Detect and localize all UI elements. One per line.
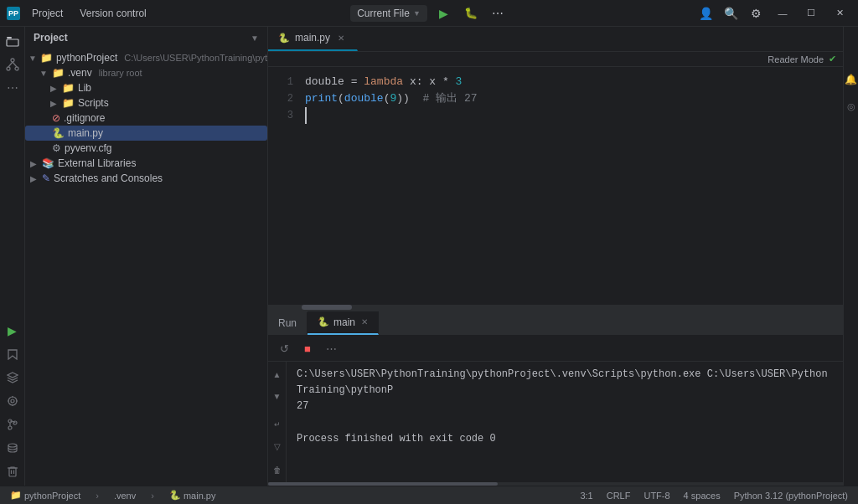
rail-project-icon[interactable] xyxy=(2,30,23,52)
rail-delete-icon[interactable] xyxy=(2,460,23,482)
tree-item-main-py[interactable]: ▶ 🐍 main.py xyxy=(25,126,267,141)
status-position[interactable]: 3:1 xyxy=(576,491,596,501)
run-scroll-up[interactable]: ▲ xyxy=(268,365,287,383)
status-venv-label: .venv xyxy=(114,491,136,501)
run-more-button[interactable]: ⋯ xyxy=(322,339,340,357)
folder-icon-scripts: 📁 xyxy=(62,97,75,109)
status-indent-label: 4 spaces xyxy=(684,491,721,501)
run-toolbar: ↺ ■ ⋯ xyxy=(268,336,843,362)
project-menu[interactable]: Project xyxy=(27,6,68,21)
ext-libraries-icon: 📚 xyxy=(42,157,54,169)
tab-main-py[interactable]: 🐍 main.py ✕ xyxy=(268,27,358,51)
tree-label-pythonproject: pythonProject xyxy=(56,52,117,64)
current-file-selector[interactable]: Current File ▼ xyxy=(350,5,427,22)
debug-button[interactable]: 🐛 xyxy=(461,3,481,23)
rail-layers-icon[interactable] xyxy=(2,367,23,388)
run-clear-icon[interactable]: 🗑 xyxy=(268,460,287,479)
rail-database-icon[interactable] xyxy=(2,437,23,459)
maximize-button[interactable]: ☐ xyxy=(799,5,823,22)
svg-point-14 xyxy=(8,426,12,429)
status-encoding-label: UTF-8 xyxy=(644,491,669,501)
run-panel-scroll[interactable] xyxy=(268,482,843,486)
statusbar: 📁 pythonProject › .venv › 🐍 main.py 3:1 … xyxy=(0,486,858,504)
svg-point-8 xyxy=(11,399,14,403)
status-line-ending[interactable]: CRLF xyxy=(603,491,634,501)
code-editor[interactable]: 1 2 3 double = lambda x: x * 3 print(dou… xyxy=(268,67,843,305)
run-wrap-icon[interactable]: ↵ xyxy=(268,415,287,434)
run-scroll-down[interactable]: ▼ xyxy=(268,387,287,405)
rail-more-icon[interactable]: ⋯ xyxy=(2,77,23,99)
tree-item-pythonproject[interactable]: ▼ 📁 pythonProject C:\Users\USER\PythonTr… xyxy=(25,50,267,65)
run-tab-main[interactable]: 🐍 main ✕ xyxy=(308,311,379,335)
rail-run-icon[interactable]: ▶ xyxy=(2,320,23,342)
run-tab-main-icon: 🐍 xyxy=(318,316,329,327)
svg-point-16 xyxy=(8,444,17,447)
svg-point-4 xyxy=(15,67,18,70)
profile-icon[interactable]: 👤 xyxy=(695,3,716,23)
tree-item-gitignore[interactable]: ▶ ⊘ .gitignore xyxy=(25,111,267,126)
status-file-label: main.py xyxy=(183,491,216,501)
reader-mode-check[interactable]: ✔ xyxy=(829,54,836,64)
close-button[interactable]: ✕ xyxy=(828,5,851,22)
svg-point-3 xyxy=(7,67,10,70)
rail-bookmark-icon[interactable] xyxy=(2,343,23,365)
tree-label-gitignore: .gitignore xyxy=(64,112,105,124)
icon-rail: ⋯ ▶ xyxy=(0,27,25,486)
right-notifications-icon[interactable]: 🔔 xyxy=(840,69,859,90)
tree-label-pyvenv: pyvenv.cfg xyxy=(65,142,111,154)
status-venv[interactable]: .venv xyxy=(111,491,139,501)
rail-git-icon[interactable] xyxy=(2,414,23,435)
editor-area: 🐍 main.py ✕ Reader Mode ✔ 1 2 3 double =… xyxy=(268,27,843,310)
status-project[interactable]: 📁 pythonProject xyxy=(7,490,84,501)
tree-sublabel-venv: library root xyxy=(99,68,142,78)
titlebar: PP Project Version control Current File … xyxy=(0,0,858,27)
run-panel: Run 🐍 main ✕ ↺ ■ ⋯ ▲ ▼ xyxy=(268,310,843,486)
svg-line-6 xyxy=(13,62,17,67)
sidebar-title: Project xyxy=(34,32,68,44)
tab-close-main-py[interactable]: ✕ xyxy=(335,32,347,44)
status-python[interactable]: Python 3.12 (pythonProject) xyxy=(731,491,851,501)
tree-item-pyvenv[interactable]: ▶ ⚙ pyvenv.cfg xyxy=(25,141,267,156)
code-content[interactable]: double = lambda x: x * 3 print(double(9)… xyxy=(302,67,843,305)
gitignore-icon: ⊘ xyxy=(52,112,60,124)
tree-path-pythonproject: C:\Users\USER\PythonTraining\pyth... xyxy=(124,53,267,63)
folder-icon-venv: 📁 xyxy=(52,67,65,79)
sidebar: Project ▼ ▼ 📁 pythonProject C:\Users\USE… xyxy=(25,27,268,486)
tree-label-main-py: main.py xyxy=(68,127,103,139)
code-line-3[interactable] xyxy=(305,107,840,124)
reader-mode-label[interactable]: Reader Mode xyxy=(768,54,824,64)
minimize-button[interactable]: — xyxy=(771,5,794,22)
status-file[interactable]: 🐍 main.py xyxy=(166,490,220,501)
run-tab-main-close[interactable]: ✕ xyxy=(361,317,368,327)
line-num-2: 2 xyxy=(268,90,302,107)
run-stop-button[interactable]: ■ xyxy=(298,339,317,357)
tree-item-venv[interactable]: ▼ 📁 .venv library root xyxy=(25,65,267,80)
output-line-3 xyxy=(297,415,833,431)
settings-icon[interactable]: ⚙ xyxy=(746,3,766,23)
tree-item-scratches[interactable]: ▶ ✎ Scratches and Consoles xyxy=(25,171,267,186)
status-encoding[interactable]: UTF-8 xyxy=(640,491,673,501)
line-numbers: 1 2 3 xyxy=(268,67,302,305)
run-rerun-button[interactable]: ↺ xyxy=(275,339,293,357)
search-icon[interactable]: 🔍 xyxy=(721,3,741,23)
more-run-options[interactable]: ⋯ xyxy=(488,3,508,23)
tree-arrow-scripts: ▶ xyxy=(49,99,59,108)
tree-item-ext-libraries[interactable]: ▶ 📚 External Libraries xyxy=(25,156,267,171)
status-position-label: 3:1 xyxy=(580,491,592,501)
run-filter-icon[interactable]: ▽ xyxy=(268,437,287,455)
version-control-menu[interactable]: Version control xyxy=(75,6,151,21)
tree-item-scripts[interactable]: ▶ 📁 Scripts xyxy=(25,95,267,111)
python-icon-main: 🐍 xyxy=(52,127,65,139)
run-tab-main-label: main xyxy=(333,316,355,328)
right-ai-icon[interactable]: ◎ xyxy=(840,95,859,117)
run-button[interactable]: ▶ xyxy=(434,3,454,23)
rail-target-icon[interactable] xyxy=(2,390,23,412)
run-output[interactable]: C:\Users\USER\PythonTraining\pythonProje… xyxy=(287,362,843,482)
status-indent[interactable]: 4 spaces xyxy=(680,491,724,501)
run-tab-run[interactable]: Run xyxy=(268,312,308,334)
tree-item-lib[interactable]: ▶ 📁 Lib xyxy=(25,80,267,95)
run-tabs: Run 🐍 main ✕ xyxy=(268,311,843,336)
tree-arrow-lib: ▶ xyxy=(49,84,59,93)
rail-structure-icon[interactable] xyxy=(2,54,23,75)
sidebar-title-arrow[interactable]: ▼ xyxy=(251,33,259,43)
